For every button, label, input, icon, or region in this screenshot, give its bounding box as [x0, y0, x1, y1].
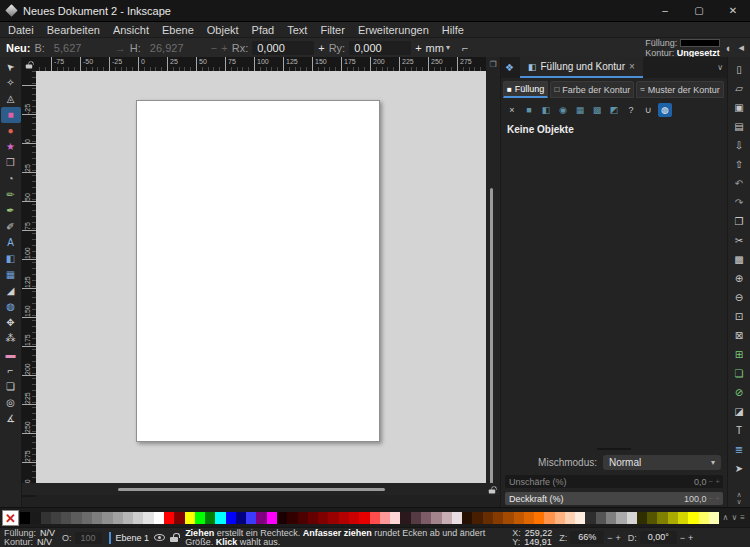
palette-swatch[interactable] [565, 512, 575, 524]
palette-swatch[interactable] [534, 512, 544, 524]
rotate-ccw-icon[interactable]: − [680, 533, 685, 543]
export-icon[interactable]: ⇧ [729, 155, 749, 174]
menu-item[interactable]: Ebene [162, 24, 194, 36]
text-tool[interactable]: A [1, 235, 21, 251]
palette-swatch[interactable] [277, 512, 287, 524]
palette-swatch[interactable] [699, 512, 709, 524]
fill-stroke-dialog-icon[interactable]: ◪ [729, 402, 749, 421]
palette-swatch[interactable] [174, 512, 184, 524]
palette-swatch[interactable] [421, 512, 431, 524]
paint-bucket-tool[interactable]: ◍ [1, 299, 21, 315]
pages-tool[interactable]: ❏ [1, 379, 21, 395]
calligraphy-tool[interactable]: ✐ [1, 219, 21, 235]
palette-swatch[interactable] [267, 512, 277, 524]
zoom-in-icon[interactable]: ⊕ [729, 269, 749, 288]
rectangle-tool[interactable]: ■ [1, 107, 21, 123]
layer-visibility-icon[interactable] [154, 534, 165, 541]
spiral-tool[interactable]: ◔ [1, 171, 21, 187]
palette-swatch[interactable] [71, 512, 81, 524]
horizontal-scrollbar-thumb[interactable] [118, 488, 385, 491]
vertical-scrollbar-thumb[interactable] [490, 188, 493, 488]
lock-guides-button[interactable] [22, 57, 36, 71]
rx-field[interactable]: 0,000 [252, 41, 314, 55]
height-plus-spinner[interactable]: + [221, 42, 227, 54]
palette-swatch[interactable] [133, 512, 143, 524]
palette-scroll-down-icon[interactable]: ∨ [731, 513, 737, 522]
palette-swatch[interactable] [195, 512, 205, 524]
print-icon[interactable]: ▤ [729, 117, 749, 136]
palette-swatch[interactable] [503, 512, 513, 524]
palette-swatch[interactable] [514, 512, 524, 524]
palette-swatch[interactable] [390, 512, 400, 524]
fill-rule-nonzero-icon[interactable]: ∪ [641, 103, 655, 117]
palette-scroll-up-icon[interactable]: ∧ [723, 513, 729, 522]
palette-swatch[interactable] [678, 512, 688, 524]
palette-swatch[interactable] [452, 512, 462, 524]
palette-swatch[interactable] [20, 512, 30, 524]
palette-swatch[interactable] [215, 512, 225, 524]
horizontal-ruler[interactable]: -75-50-250255075100125150175200225250275 [22, 57, 486, 71]
menu-item[interactable]: Datei [8, 24, 34, 36]
unit-dropdown[interactable]: mm ▾ [426, 42, 450, 54]
menu-item[interactable]: Pfad [252, 24, 275, 36]
measure-tool[interactable]: ∡ [1, 411, 21, 427]
palette-swatch[interactable] [246, 512, 256, 524]
height-field[interactable]: 26,927 [145, 41, 207, 55]
menu-item[interactable]: Text [287, 24, 307, 36]
object-opacity-control[interactable]: O: 100 [62, 532, 102, 544]
save-icon[interactable]: ▣ [729, 98, 749, 117]
blur-slider[interactable]: Unschärfe (%) 0,0 − + [505, 475, 723, 488]
swatch-icon[interactable]: ▩ [590, 103, 604, 117]
copy-icon[interactable]: ❐ [729, 212, 749, 231]
palette-swatch[interactable] [102, 512, 112, 524]
snapping-icon[interactable]: ◐ [726, 42, 733, 54]
new-document-icon[interactable]: ▯ [729, 60, 749, 79]
ellipse-tool[interactable]: ● [1, 123, 21, 139]
palette-swatch[interactable] [627, 512, 637, 524]
palette-swatch[interactable] [483, 512, 493, 524]
palette-swatch[interactable] [41, 512, 51, 524]
palette-swatch[interactable] [709, 512, 719, 524]
palette-swatch[interactable] [616, 512, 626, 524]
palette-swatch[interactable] [164, 512, 174, 524]
menu-item[interactable]: Bearbeiten [47, 24, 100, 36]
canvas[interactable] [36, 71, 486, 483]
tab-fill-and-stroke[interactable]: ◧ Füllung und Kontur × [520, 57, 643, 78]
palette-swatch[interactable] [287, 512, 297, 524]
palette-swatch[interactable] [575, 512, 585, 524]
zoom-page-icon[interactable]: ⊡ [729, 307, 749, 326]
linear-gradient-icon[interactable]: ◧ [539, 103, 553, 117]
vertical-ruler[interactable]: -250255075100125150175200225250275300325 [22, 71, 36, 497]
palette-swatch[interactable] [585, 512, 595, 524]
minimize-button[interactable]: – [648, 0, 682, 21]
palette-swatch[interactable] [51, 512, 61, 524]
palette-swatch[interactable] [359, 512, 369, 524]
blend-mode-select[interactable]: Normal ▾ [603, 455, 721, 470]
duplicate-icon[interactable]: ⊞ [729, 345, 749, 364]
width-field[interactable]: 5,627 [49, 41, 111, 55]
fill-stroke-tab[interactable]: ≈ Muster der Kontur [636, 81, 723, 98]
zoom-drawing-icon[interactable]: ⊠ [729, 326, 749, 345]
scroll-down-icon[interactable]: ∨ [736, 498, 741, 505]
palette-swatch[interactable] [688, 512, 698, 524]
opacity-slider[interactable]: Deckkraft (%) 100,0 − + [505, 492, 723, 505]
link-dimensions-icon[interactable]: → [115, 42, 126, 54]
unlink-clone-icon[interactable]: ⊘ [729, 383, 749, 402]
mesh-gradient-icon[interactable]: ◩ [607, 103, 621, 117]
opacity-spinner[interactable]: − + [708, 494, 723, 503]
palette-swatch[interactable] [668, 512, 678, 524]
zoom-out-icon[interactable]: − [607, 533, 612, 543]
text-dialog-icon[interactable]: T [729, 421, 749, 440]
palette-swatch[interactable] [380, 512, 390, 524]
palette-swatch[interactable] [431, 512, 441, 524]
opacity-status-value[interactable]: 100 [75, 532, 102, 544]
zoom-value[interactable]: 66% [570, 531, 604, 544]
page-move-toggle-button[interactable]: ❐ [486, 57, 500, 71]
palette-swatch[interactable] [647, 512, 657, 524]
palette-swatch[interactable] [442, 512, 452, 524]
palette-swatch[interactable] [92, 512, 102, 524]
palette-swatch[interactable] [154, 512, 164, 524]
pattern-icon[interactable]: ▦ [573, 103, 587, 117]
selector-dialog-icon[interactable]: ➤ [729, 459, 749, 478]
palette-swatch[interactable] [308, 512, 318, 524]
